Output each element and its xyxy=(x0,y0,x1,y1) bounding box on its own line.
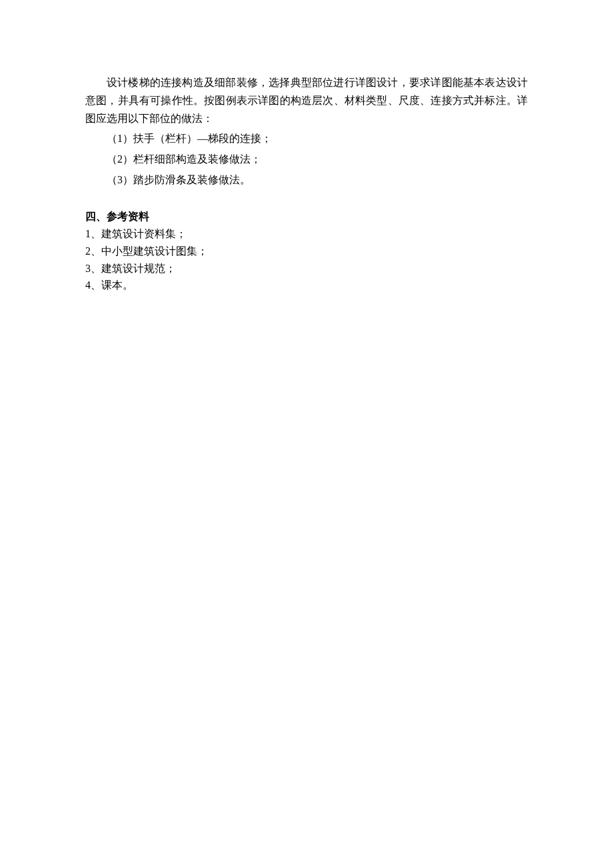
reference-item-1: 1、建筑设计资料集； xyxy=(85,225,528,243)
reference-item-3: 3、建筑设计规范； xyxy=(85,260,528,277)
detail-item-1: （1）扶手（栏杆）—梯段的连接； xyxy=(85,128,528,149)
reference-item-2: 2、中小型建筑设计图集； xyxy=(85,243,528,260)
detail-item-3: （3）踏步防滑条及装修做法。 xyxy=(85,169,528,190)
detail-item-2: （2）栏杆细部构造及装修做法； xyxy=(85,149,528,169)
reference-item-4: 4、课本。 xyxy=(85,277,528,294)
section-header-references: 四、参考资料 xyxy=(85,207,528,225)
intro-paragraph: 设计楼梯的连接构造及细部装修，选择典型部位进行详图设计，要求详图能基本表达设计意… xyxy=(85,73,528,128)
